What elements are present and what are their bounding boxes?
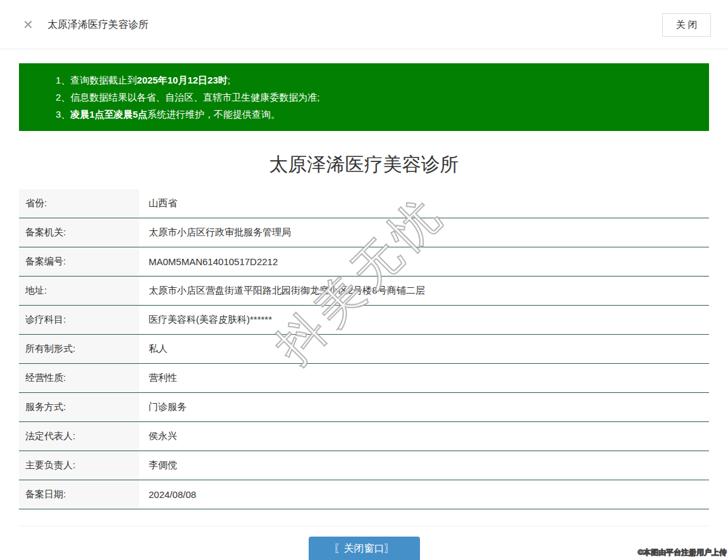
row-label: 省份: bbox=[19, 189, 139, 218]
window-header: ✕ 太原泽浠医疗美容诊所 关 闭 bbox=[0, 0, 728, 49]
row-label: 地址: bbox=[19, 277, 139, 305]
table-row-ownership: 所有制形式: 私人 bbox=[19, 335, 709, 364]
row-label: 法定代表人: bbox=[19, 422, 139, 451]
row-value: MA0M5MAN614010517D2212 bbox=[139, 247, 709, 276]
row-value: 营利性 bbox=[139, 364, 709, 392]
row-label: 备案机关: bbox=[19, 218, 139, 247]
table-row-main-person: 主要负责人: 李倜傥 bbox=[19, 451, 709, 480]
close-icon[interactable]: ✕ bbox=[23, 18, 34, 31]
table-row-filing-authority: 备案机关: 太原市小店区行政审批服务管理局 bbox=[19, 218, 709, 247]
content: 1、查询数据截止到2025年10月12日23时; 2、信息数据结果以各省、自治区… bbox=[0, 63, 728, 509]
row-value: 门诊服务 bbox=[139, 393, 709, 421]
table-row-departments: 诊疗科目: 医疗美容科(美容皮肤科)****** bbox=[19, 306, 709, 335]
table-row-address: 地址: 太原市小店区营盘街道平阳路北园街御龙庭小区2号楼8号商铺二层 bbox=[19, 277, 709, 306]
row-value: 李倜傥 bbox=[139, 451, 709, 480]
table-row-legal-representative: 法定代表人: 侯永兴 bbox=[19, 422, 709, 451]
footer: 〖关闭窗口〗 bbox=[19, 526, 709, 560]
row-label: 主要负责人: bbox=[19, 451, 139, 480]
notice-line-3: 3、凌晨1点至凌晨5点系统进行维护，不能提供查询。 bbox=[56, 106, 696, 123]
page: ✕ 太原泽浠医疗美容诊所 关 闭 1、查询数据截止到2025年10月12日23时… bbox=[0, 0, 728, 560]
notice-line-2-text: 信息数据结果以各省、自治区、直辖市卫生健康委数据为准; bbox=[70, 92, 319, 103]
notice-banner: 1、查询数据截止到2025年10月12日23时; 2、信息数据结果以各省、自治区… bbox=[19, 63, 709, 131]
row-label: 诊疗科目: bbox=[19, 306, 139, 334]
row-label: 备案日期: bbox=[19, 480, 139, 509]
row-value: 山西省 bbox=[139, 189, 709, 218]
row-value: 太原市小店区行政审批服务管理局 bbox=[139, 218, 709, 247]
table-row-filing-date: 备案日期: 2024/08/08 bbox=[19, 480, 709, 509]
notice-line-2-num: 2、 bbox=[56, 92, 70, 103]
row-label: 经营性质: bbox=[19, 364, 139, 392]
window-title: 太原泽浠医疗美容诊所 bbox=[47, 18, 149, 31]
table-row-province: 省份: 山西省 bbox=[19, 189, 709, 218]
row-value: 侯永兴 bbox=[139, 422, 709, 451]
row-value: 2024/08/08 bbox=[139, 480, 709, 509]
info-table: 省份: 山西省 备案机关: 太原市小店区行政审批服务管理局 备案编号: MA0M… bbox=[19, 189, 709, 509]
row-value: 医疗美容科(美容皮肤科)****** bbox=[139, 306, 709, 334]
row-label: 备案编号: bbox=[19, 247, 139, 276]
row-value: 私人 bbox=[139, 335, 709, 363]
notice-line-3-num: 3、 bbox=[56, 109, 70, 120]
table-row-filing-number: 备案编号: MA0M5MAN614010517D2212 bbox=[19, 247, 709, 277]
row-label: 服务方式: bbox=[19, 393, 139, 421]
notice-line-1-bold: 2025年10月12日23时 bbox=[137, 75, 227, 85]
upload-note-watermark: ©本图由平台注册用户上传 bbox=[638, 547, 727, 558]
notice-line-1: 1、查询数据截止到2025年10月12日23时; bbox=[56, 72, 696, 89]
notice-line-2: 2、信息数据结果以各省、自治区、直辖市卫生健康委数据为准; bbox=[56, 89, 696, 106]
table-row-service-mode: 服务方式: 门诊服务 bbox=[19, 393, 709, 422]
close-button[interactable]: 关 闭 bbox=[662, 13, 711, 37]
notice-line-1-num: 1、 bbox=[56, 75, 70, 85]
row-label: 所有制形式: bbox=[19, 335, 139, 363]
row-value: 太原市小店区营盘街道平阳路北园街御龙庭小区2号楼8号商铺二层 bbox=[139, 277, 709, 305]
page-title: 太原泽浠医疗美容诊所 bbox=[19, 152, 709, 178]
close-window-button[interactable]: 〖关闭窗口〗 bbox=[309, 537, 420, 560]
notice-line-1-text: 查询数据截止到 bbox=[70, 75, 137, 85]
notice-line-3-post: 系统进行维护，不能提供查询。 bbox=[147, 109, 280, 120]
notice-line-3-bold: 凌晨1点至凌晨5点 bbox=[70, 109, 147, 120]
notice-line-1-post: ; bbox=[228, 75, 230, 85]
table-row-business-nature: 经营性质: 营利性 bbox=[19, 364, 709, 393]
